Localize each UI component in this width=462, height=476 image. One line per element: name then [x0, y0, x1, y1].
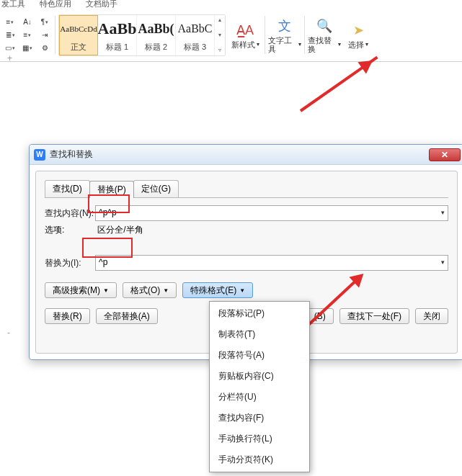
menu-tab-char[interactable]: 制表符(T) — [210, 324, 309, 345]
para-align-group: A↓ ≡▾ ▦▾ — [19, 15, 36, 55]
text-tools-button[interactable]: 文 文字工具▾ — [267, 14, 303, 56]
gallery-expand-icon[interactable]: ▿ — [216, 47, 223, 54]
special-format-button[interactable]: 特殊格式(E)▼ — [182, 282, 253, 298]
options-value: 区分全/半角 — [97, 225, 143, 235]
find-replace-button[interactable]: 🔍 查找替换▾ — [306, 14, 342, 56]
add-tab-icon[interactable]: + — [7, 53, 12, 63]
ribbon: ≡▾ ≣▾ ▭▾ A↓ ≡▾ ▦▾ ¶▾ ⇥ ⚙ AaBbCcDd 正文 AaB… — [0, 10, 462, 62]
style-gallery: AaBbCcDd 正文 AaBb 标题 1 AaBb( 标题 2 AaBbC 标… — [58, 14, 226, 56]
dialog-tabs: 查找(D) 替换(P) 定位(G) — [45, 180, 448, 197]
special-format-menu: 段落标记(P) 制表符(T) 段落符号(A) 剪贴板内容(C) 分栏符(U) 查… — [209, 301, 310, 472]
justify-icon[interactable]: ≡▾ — [21, 30, 34, 41]
dialog-title: 查找和替换 — [50, 148, 429, 161]
menu-manual-page[interactable]: 手动分页符(K) — [210, 449, 309, 470]
shading-icon[interactable]: ▭▾ — [4, 42, 17, 54]
collapse-mark: - — [7, 328, 10, 338]
style-heading3[interactable]: AaBbC 标题 3 — [176, 15, 215, 55]
close-icon[interactable]: ✕ — [429, 148, 461, 161]
tab-goto[interactable]: 定位(G) — [133, 180, 179, 197]
style-normal[interactable]: AaBbCcDd 正文 — [59, 15, 98, 55]
menu-clipboard[interactable]: 剪贴板内容(C) — [210, 366, 309, 387]
cursor-icon: ➤ — [350, 22, 367, 39]
para-misc-group: ¶▾ ⇥ ⚙ — [36, 15, 53, 55]
menu-para-symbol[interactable]: 段落符号(A) — [210, 345, 309, 366]
menu-column-break[interactable]: 分栏符(U) — [210, 387, 309, 408]
tab-find[interactable]: 查找(D) — [45, 180, 90, 197]
replace-history-dropdown-icon[interactable]: ▾ — [441, 259, 445, 266]
advanced-search-button[interactable]: 高级搜索(M)▼ — [45, 282, 117, 298]
borders-icon[interactable]: ▦▾ — [21, 42, 34, 54]
new-style-button[interactable]: A̲A 新样式▾ — [227, 14, 263, 56]
gallery-scroll[interactable]: ▴ ▾ ▿ — [215, 15, 225, 55]
annotation-arrow-1 — [300, 56, 378, 112]
para-indent-group: ≡▾ ≣▾ ▭▾ — [1, 15, 19, 55]
menu-doc-helper[interactable]: 文档助手 — [86, 0, 117, 9]
marks-icon[interactable]: ¶▾ — [38, 17, 51, 28]
tab-replace[interactable]: 替换(P) — [89, 181, 134, 198]
find-input[interactable]: ^p^p ▾ — [95, 205, 448, 221]
style-heading2[interactable]: AaBb( 标题 2 — [137, 15, 176, 55]
replace-label: 替换为(I): — [45, 257, 95, 269]
menu-find-content[interactable]: 查找内容(F) — [210, 408, 309, 428]
replace-input-value: ^p — [99, 257, 107, 267]
menu-manual-line[interactable]: 手动换行符(L) — [210, 428, 309, 449]
find-next-button[interactable]: 查找下一处(F) — [339, 308, 409, 324]
close-button[interactable]: 关闭 — [415, 308, 448, 324]
indent-left-icon[interactable]: ≡▾ — [4, 17, 17, 28]
chevron-down-icon[interactable]: ▾ — [216, 32, 223, 39]
menu-special-apps[interactable]: 特色应用 — [40, 0, 71, 9]
find-replace-icon: 🔍 — [316, 17, 333, 35]
find-history-dropdown-icon[interactable]: ▾ — [441, 209, 445, 216]
tabs-icon[interactable]: ⇥ — [38, 30, 51, 41]
chevron-up-icon[interactable]: ▴ — [216, 17, 223, 24]
text-tools-icon: 文 — [276, 17, 293, 35]
find-input-value: ^p^p — [99, 207, 117, 217]
sort-icon[interactable]: A↓ — [21, 17, 34, 28]
top-menu-fragment: 发工具 特色应用 文档助手 — [0, 0, 462, 9]
replace-all-button[interactable]: 全部替换(A) — [96, 308, 158, 324]
menu-devtools[interactable]: 发工具 — [1, 0, 25, 9]
style-heading1[interactable]: AaBb 标题 1 — [98, 15, 137, 55]
dialog-titlebar[interactable]: W 查找和替换 ✕ — [30, 145, 462, 165]
options-label: 选项: — [45, 224, 95, 236]
settings-icon[interactable]: ⚙ — [38, 42, 51, 54]
new-style-icon: A̲A — [236, 22, 254, 39]
menu-paragraph-mark[interactable]: 段落标记(P) — [210, 303, 309, 324]
replace-input[interactable]: ^p ▾ — [95, 255, 448, 271]
format-button[interactable]: 格式(O)▼ — [123, 282, 177, 298]
wps-icon: W — [34, 149, 45, 161]
replace-button[interactable]: 替换(R) — [45, 308, 90, 324]
select-button[interactable]: ➤ 选择▾ — [342, 14, 374, 56]
line-spacing-icon[interactable]: ≣▾ — [4, 30, 17, 41]
find-label: 查找内容(N): — [45, 207, 95, 220]
